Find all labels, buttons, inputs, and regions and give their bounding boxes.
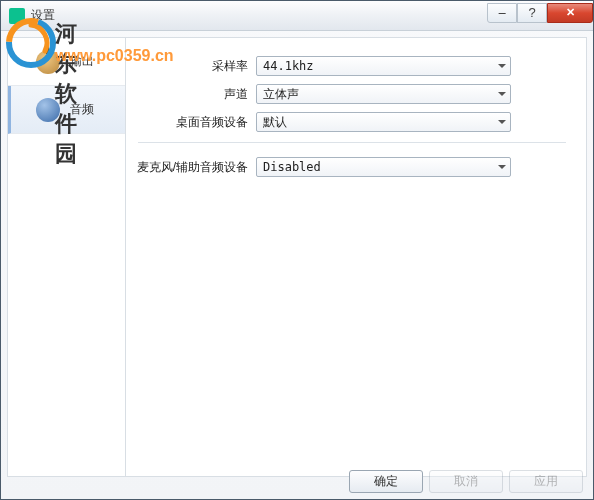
- select-value: Disabled: [263, 160, 321, 174]
- minimize-icon: ‒: [498, 5, 506, 20]
- sidebar-item-label: 音频: [70, 101, 94, 118]
- select-value: 44.1khz: [263, 59, 314, 73]
- select-value: 默认: [263, 114, 287, 131]
- app-icon: [9, 8, 25, 24]
- chevron-down-icon: [498, 165, 506, 169]
- close-button[interactable]: ✕: [547, 3, 593, 23]
- footer-buttons: 确定 取消 应用: [349, 470, 583, 493]
- chevron-down-icon: [498, 64, 506, 68]
- row-mic-aux: 麦克风/辅助音频设备 Disabled: [126, 157, 566, 177]
- label-channels: 声道: [126, 86, 256, 103]
- label-sample-rate: 采样率: [126, 58, 256, 75]
- select-desktop-audio[interactable]: 默认: [256, 112, 511, 132]
- titlebar: 设置 ‒ ? ✕: [1, 1, 593, 31]
- row-sample-rate: 采样率 44.1khz: [126, 56, 566, 76]
- label-desktop-audio: 桌面音频设备: [126, 114, 256, 131]
- help-button[interactable]: ?: [517, 3, 547, 23]
- button-label: 应用: [534, 473, 558, 490]
- window-controls: ‒ ? ✕: [487, 3, 593, 23]
- close-icon: ✕: [566, 6, 575, 19]
- output-icon: [36, 50, 60, 74]
- audio-icon: [36, 98, 60, 122]
- ok-button[interactable]: 确定: [349, 470, 423, 493]
- settings-window: 设置 ‒ ? ✕ 河东软件园 www.pc0359.cn 输出: [0, 0, 594, 500]
- apply-button[interactable]: 应用: [509, 470, 583, 493]
- select-value: 立体声: [263, 86, 299, 103]
- sidebar-item-output[interactable]: 输出: [8, 38, 125, 86]
- minimize-button[interactable]: ‒: [487, 3, 517, 23]
- sidebar-item-audio[interactable]: 音频: [8, 86, 125, 134]
- chevron-down-icon: [498, 92, 506, 96]
- content-panel: 采样率 44.1khz 声道 立体声 桌面音频设备 默认: [126, 38, 586, 476]
- label-mic-aux: 麦克风/辅助音频设备: [126, 159, 256, 176]
- button-label: 取消: [454, 473, 478, 490]
- row-desktop-audio: 桌面音频设备 默认: [126, 112, 566, 132]
- sidebar-item-label: 输出: [70, 53, 94, 70]
- select-channels[interactable]: 立体声: [256, 84, 511, 104]
- select-mic-aux[interactable]: Disabled: [256, 157, 511, 177]
- cancel-button[interactable]: 取消: [429, 470, 503, 493]
- sidebar: 输出 音频: [8, 38, 126, 476]
- select-sample-rate[interactable]: 44.1khz: [256, 56, 511, 76]
- row-channels: 声道 立体声: [126, 84, 566, 104]
- body-area: 输出 音频 采样率 44.1khz 声道 立体声: [7, 37, 587, 477]
- button-label: 确定: [374, 473, 398, 490]
- separator: [138, 142, 566, 143]
- window-title: 设置: [31, 7, 487, 24]
- chevron-down-icon: [498, 120, 506, 124]
- help-icon: ?: [528, 5, 535, 20]
